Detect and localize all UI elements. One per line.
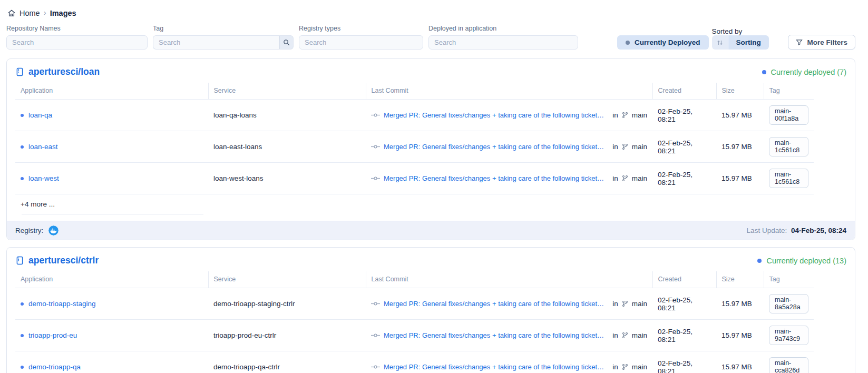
in-label: in bbox=[612, 363, 618, 371]
more-filters-label: More Filters bbox=[807, 38, 847, 46]
column-header-created: Created bbox=[652, 83, 716, 100]
show-more-link[interactable]: +4 more ... bbox=[21, 200, 55, 208]
service-name: demo-trioapp-qa-ctrlr bbox=[213, 363, 280, 371]
created-value: 02-Feb-25, 08:21 bbox=[658, 359, 693, 373]
tag-search-button[interactable] bbox=[279, 35, 294, 50]
card-header: aperturesci/loan Currently deployed (7) bbox=[7, 59, 855, 83]
size-value: 15.97 MB bbox=[721, 331, 752, 339]
service-name: loan-qa-loans bbox=[213, 111, 257, 119]
currently-deployed-filter-label: Currently Deployed bbox=[635, 38, 700, 46]
docker-registry-icon[interactable] bbox=[48, 225, 59, 236]
images-table: Application Service Last Commit Created … bbox=[15, 83, 814, 194]
last-update-value: 04-Feb-25, 08:24 bbox=[791, 227, 846, 234]
application-link[interactable]: demo-trioapp-qa bbox=[28, 363, 81, 371]
application-link[interactable]: loan-east bbox=[28, 143, 58, 151]
filter-registry-types: Registry types bbox=[299, 25, 423, 50]
more-row: +4 more ... bbox=[7, 194, 855, 214]
in-label: in bbox=[612, 174, 618, 182]
commit-icon bbox=[371, 144, 380, 149]
commit-message-link[interactable]: Merged PR: General fixes/changes + takin… bbox=[384, 143, 607, 151]
repository-card: aperturesci/ctrlr Currently deployed (13… bbox=[6, 247, 855, 373]
deployed-count-label: Currently deployed (7) bbox=[771, 68, 846, 76]
breadcrumb-home-label: Home bbox=[19, 9, 40, 17]
registry-label: Registry: bbox=[15, 227, 43, 234]
deployed-dot-icon bbox=[762, 70, 766, 74]
application-link[interactable]: demo-trioapp-staging bbox=[28, 300, 96, 308]
breadcrumb: Home › Images bbox=[6, 0, 855, 25]
currently-deployed-filter-chip[interactable]: Currently Deployed bbox=[617, 35, 709, 50]
filter-tag: Tag bbox=[153, 25, 294, 50]
column-header-created: Created bbox=[652, 271, 716, 288]
repository-icon bbox=[15, 67, 24, 76]
tag-input[interactable] bbox=[153, 35, 279, 50]
image-row: trioapp-prod-eu trioapp-prod-eu-ctrlr Me… bbox=[15, 320, 814, 351]
branch-name: main bbox=[632, 300, 647, 308]
image-row: loan-west loan-west-loans Merged PR: Gen… bbox=[15, 163, 814, 194]
sorting-group: Sorted by Sorting bbox=[712, 27, 769, 50]
commit-message-link[interactable]: Merged PR: General fixes/changes + takin… bbox=[384, 174, 607, 182]
size-value: 15.97 MB bbox=[721, 111, 752, 119]
branch-name: main bbox=[632, 111, 647, 119]
application-link[interactable]: loan-qa bbox=[28, 111, 52, 119]
deployed-dot-icon bbox=[757, 259, 762, 263]
git-branch-icon bbox=[622, 300, 628, 307]
service-name: trioapp-prod-eu-ctrlr bbox=[213, 331, 276, 339]
image-row: demo-trioapp-staging demo-trioapp-stagin… bbox=[15, 288, 814, 320]
sorted-by-label: Sorted by bbox=[712, 27, 769, 35]
column-header-tag: Tag bbox=[764, 271, 814, 288]
deployed-in-application-label: Deployed in application bbox=[428, 25, 578, 32]
tag-badge: main-00f1a8a bbox=[769, 105, 808, 125]
column-header-size: Size bbox=[716, 83, 764, 100]
table-header-row: Application Service Last Commit Created … bbox=[15, 271, 814, 288]
commit-message-link[interactable]: Merged PR: General fixes/changes + takin… bbox=[384, 300, 607, 308]
application-link[interactable]: loan-west bbox=[28, 174, 59, 182]
repository-name: aperturesci/ctrlr bbox=[28, 255, 99, 266]
deployed-in-application-input[interactable] bbox=[428, 35, 578, 50]
commit-message-link[interactable]: Merged PR: General fixes/changes + takin… bbox=[384, 331, 607, 339]
repository-link[interactable]: aperturesci/loan bbox=[15, 66, 100, 77]
size-value: 15.97 MB bbox=[721, 300, 752, 308]
commit-icon bbox=[371, 113, 380, 117]
rows: loan-qa loan-qa-loans Merged PR: General… bbox=[15, 100, 814, 194]
table-header-row: Application Service Last Commit Created … bbox=[15, 83, 814, 100]
tag-badge: main-cca826d bbox=[769, 357, 808, 373]
commit-icon bbox=[371, 365, 380, 369]
registry-types-input[interactable] bbox=[299, 35, 423, 50]
currently-deployed-status: Currently deployed (13) bbox=[757, 257, 846, 265]
tag-badge: main-8a5a28a bbox=[769, 294, 808, 313]
service-name: loan-east-loans bbox=[213, 143, 262, 151]
application-dot-icon bbox=[21, 302, 24, 306]
application-dot-icon bbox=[21, 366, 24, 369]
column-header-last-commit: Last Commit bbox=[366, 271, 652, 288]
sort-arrows-icon bbox=[717, 40, 723, 46]
sort-direction-button[interactable] bbox=[712, 35, 728, 50]
size-value: 15.97 MB bbox=[721, 174, 752, 182]
registry-info: Registry: bbox=[15, 225, 59, 236]
commit-message-link[interactable]: Merged PR: General fixes/changes + takin… bbox=[384, 111, 607, 119]
in-label: in bbox=[612, 143, 618, 151]
breadcrumb-home-link[interactable]: Home bbox=[7, 9, 40, 17]
images-page: Home › Images Repository Names Tag bbox=[0, 0, 868, 373]
commit-message-link[interactable]: Merged PR: General fixes/changes + takin… bbox=[384, 363, 607, 371]
created-value: 02-Feb-25, 08:21 bbox=[658, 296, 693, 312]
repository-link[interactable]: aperturesci/ctrlr bbox=[15, 255, 99, 266]
image-row: loan-qa loan-qa-loans Merged PR: General… bbox=[15, 100, 814, 131]
repository-card: aperturesci/loan Currently deployed (7) … bbox=[6, 58, 855, 240]
application-dot-icon bbox=[21, 177, 24, 180]
created-value: 02-Feb-25, 08:21 bbox=[658, 139, 693, 155]
application-link[interactable]: trioapp-prod-eu bbox=[28, 331, 77, 339]
branch-name: main bbox=[632, 143, 647, 151]
git-branch-icon bbox=[622, 112, 628, 119]
more-divider bbox=[22, 214, 203, 214]
cards: aperturesci/loan Currently deployed (7) … bbox=[6, 58, 855, 373]
commit-icon bbox=[371, 301, 380, 306]
git-branch-icon bbox=[622, 143, 628, 150]
sorting-control[interactable]: Sorting bbox=[712, 35, 769, 50]
repository-names-input[interactable] bbox=[6, 35, 148, 50]
deployed-count-label: Currently deployed (13) bbox=[766, 257, 846, 265]
more-filters-button[interactable]: More Filters bbox=[788, 35, 855, 50]
currently-deployed-status: Currently deployed (7) bbox=[762, 68, 846, 76]
repository-names-label: Repository Names bbox=[6, 25, 148, 32]
breadcrumb-current: Images bbox=[50, 9, 76, 17]
sorting-dropdown[interactable]: Sorting bbox=[728, 35, 769, 50]
